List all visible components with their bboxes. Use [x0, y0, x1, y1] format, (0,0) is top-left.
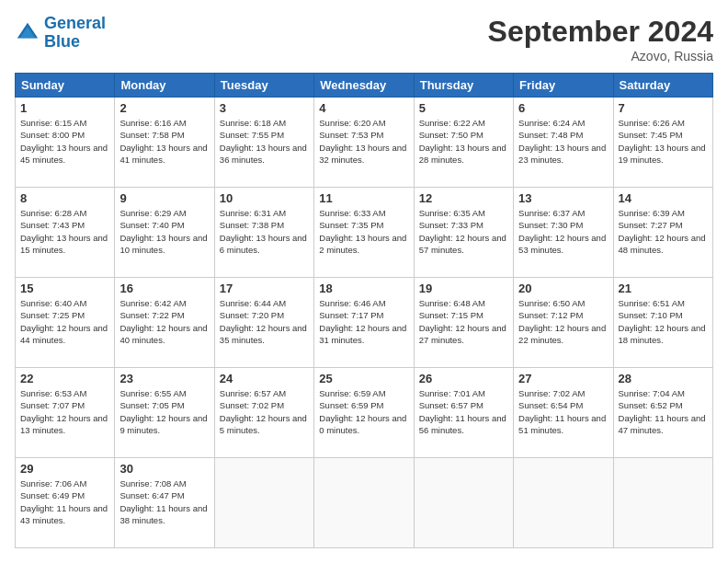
- day-info: Sunrise: 6:55 AMSunset: 7:05 PMDaylight:…: [119, 387, 209, 436]
- calendar-cell: [314, 458, 414, 548]
- calendar-cell: 28 Sunrise: 7:04 AMSunset: 6:52 PMDaylig…: [613, 368, 712, 458]
- day-number: 8: [20, 191, 109, 205]
- day-number: 17: [220, 282, 309, 295]
- calendar-cell: 11 Sunrise: 6:33 AMSunset: 7:35 PMDaylig…: [314, 188, 414, 278]
- day-number: 20: [518, 282, 608, 295]
- day-info: Sunrise: 6:20 AMSunset: 7:53 PMDaylight:…: [319, 117, 408, 166]
- calendar-cell: 10 Sunrise: 6:31 AMSunset: 7:38 PMDaylig…: [214, 188, 313, 278]
- day-info: Sunrise: 6:24 AMSunset: 7:48 PMDaylight:…: [518, 117, 608, 166]
- logo-blue: Blue: [44, 32, 80, 51]
- calendar-cell: 22 Sunrise: 6:53 AMSunset: 7:07 PMDaylig…: [16, 368, 115, 458]
- location: Azovo, Russia: [488, 49, 713, 63]
- day-number: 23: [119, 372, 209, 385]
- col-sunday: Sunday: [16, 74, 115, 98]
- calendar-week-4: 22 Sunrise: 6:53 AMSunset: 7:07 PMDaylig…: [16, 368, 713, 458]
- calendar-cell: 25 Sunrise: 6:59 AMSunset: 6:59 PMDaylig…: [314, 368, 414, 458]
- day-info: Sunrise: 6:18 AMSunset: 7:55 PMDaylight:…: [220, 117, 309, 166]
- col-tuesday: Tuesday: [214, 74, 313, 98]
- day-info: Sunrise: 7:06 AMSunset: 6:49 PMDaylight:…: [20, 477, 109, 526]
- day-number: 27: [518, 372, 608, 385]
- day-number: 11: [319, 191, 408, 205]
- day-number: 13: [518, 191, 608, 205]
- day-number: 6: [518, 101, 608, 115]
- day-info: Sunrise: 7:08 AMSunset: 6:47 PMDaylight:…: [119, 477, 209, 526]
- day-info: Sunrise: 6:16 AMSunset: 7:58 PMDaylight:…: [119, 117, 209, 166]
- day-info: Sunrise: 6:40 AMSunset: 7:25 PMDaylight:…: [20, 297, 109, 346]
- page: General Blue September 2024 Azovo, Russi…: [0, 0, 728, 563]
- col-thursday: Thursday: [414, 74, 513, 98]
- calendar-cell: 23 Sunrise: 6:55 AMSunset: 7:05 PMDaylig…: [115, 368, 214, 458]
- logo-general: General: [44, 14, 106, 32]
- day-number: 16: [119, 282, 209, 295]
- day-info: Sunrise: 6:59 AMSunset: 6:59 PMDaylight:…: [319, 387, 408, 436]
- day-info: Sunrise: 6:46 AMSunset: 7:17 PMDaylight:…: [319, 297, 408, 346]
- calendar-cell: 1 Sunrise: 6:15 AMSunset: 8:00 PMDayligh…: [16, 98, 115, 188]
- day-number: 18: [319, 282, 408, 295]
- day-number: 15: [20, 282, 109, 295]
- day-info: Sunrise: 6:48 AMSunset: 7:15 PMDaylight:…: [419, 297, 508, 346]
- day-number: 9: [119, 191, 209, 205]
- day-info: Sunrise: 6:37 AMSunset: 7:30 PMDaylight:…: [518, 207, 608, 256]
- day-number: 3: [220, 101, 309, 115]
- day-info: Sunrise: 6:26 AMSunset: 7:45 PMDaylight:…: [619, 117, 708, 166]
- day-number: 22: [20, 372, 109, 385]
- calendar-cell: 13 Sunrise: 6:37 AMSunset: 7:30 PMDaylig…: [514, 188, 613, 278]
- calendar-week-2: 8 Sunrise: 6:28 AMSunset: 7:43 PMDayligh…: [16, 188, 713, 278]
- title-block: September 2024 Azovo, Russia: [488, 15, 713, 63]
- calendar-cell: 15 Sunrise: 6:40 AMSunset: 7:25 PMDaylig…: [16, 278, 115, 368]
- month-title: September 2024: [488, 15, 713, 49]
- day-number: 12: [419, 191, 508, 205]
- calendar-cell: 29 Sunrise: 7:06 AMSunset: 6:49 PMDaylig…: [16, 458, 115, 548]
- calendar-cell: 18 Sunrise: 6:46 AMSunset: 7:17 PMDaylig…: [314, 278, 414, 368]
- calendar-week-1: 1 Sunrise: 6:15 AMSunset: 8:00 PMDayligh…: [16, 98, 713, 188]
- calendar-cell: 8 Sunrise: 6:28 AMSunset: 7:43 PMDayligh…: [16, 188, 115, 278]
- day-number: 4: [319, 101, 408, 115]
- day-info: Sunrise: 6:50 AMSunset: 7:12 PMDaylight:…: [518, 297, 608, 346]
- day-info: Sunrise: 7:02 AMSunset: 6:54 PMDaylight:…: [518, 387, 608, 436]
- calendar-table: Sunday Monday Tuesday Wednesday Thursday…: [15, 73, 713, 548]
- calendar-cell: 17 Sunrise: 6:44 AMSunset: 7:20 PMDaylig…: [214, 278, 313, 368]
- calendar-cell: 20 Sunrise: 6:50 AMSunset: 7:12 PMDaylig…: [514, 278, 613, 368]
- calendar-week-5: 29 Sunrise: 7:06 AMSunset: 6:49 PMDaylig…: [16, 458, 713, 548]
- day-number: 26: [419, 372, 508, 385]
- day-info: Sunrise: 6:22 AMSunset: 7:50 PMDaylight:…: [419, 117, 508, 166]
- day-info: Sunrise: 6:35 AMSunset: 7:33 PMDaylight:…: [419, 207, 508, 256]
- calendar-cell: 30 Sunrise: 7:08 AMSunset: 6:47 PMDaylig…: [115, 458, 214, 548]
- day-info: Sunrise: 6:44 AMSunset: 7:20 PMDaylight:…: [220, 297, 309, 346]
- day-info: Sunrise: 7:04 AMSunset: 6:52 PMDaylight:…: [619, 387, 708, 436]
- day-info: Sunrise: 6:53 AMSunset: 7:07 PMDaylight:…: [20, 387, 109, 436]
- day-number: 2: [119, 101, 209, 115]
- day-number: 14: [619, 191, 708, 205]
- day-info: Sunrise: 6:51 AMSunset: 7:10 PMDaylight:…: [619, 297, 708, 346]
- day-info: Sunrise: 7:01 AMSunset: 6:57 PMDaylight:…: [419, 387, 508, 436]
- day-number: 10: [220, 191, 309, 205]
- calendar-cell: [414, 458, 513, 548]
- calendar-cell: 21 Sunrise: 6:51 AMSunset: 7:10 PMDaylig…: [613, 278, 712, 368]
- day-info: Sunrise: 6:39 AMSunset: 7:27 PMDaylight:…: [619, 207, 708, 256]
- day-number: 19: [419, 282, 508, 295]
- day-number: 24: [220, 372, 309, 385]
- day-info: Sunrise: 6:15 AMSunset: 8:00 PMDaylight:…: [20, 117, 109, 166]
- calendar-header-row: Sunday Monday Tuesday Wednesday Thursday…: [16, 74, 713, 98]
- day-info: Sunrise: 6:31 AMSunset: 7:38 PMDaylight:…: [220, 207, 309, 256]
- calendar-cell: [514, 458, 613, 548]
- day-info: Sunrise: 6:42 AMSunset: 7:22 PMDaylight:…: [119, 297, 209, 346]
- logo-icon: [15, 20, 40, 46]
- day-number: 28: [619, 372, 708, 385]
- logo-text: General Blue: [44, 15, 106, 52]
- calendar-cell: 5 Sunrise: 6:22 AMSunset: 7:50 PMDayligh…: [414, 98, 513, 188]
- calendar-cell: 4 Sunrise: 6:20 AMSunset: 7:53 PMDayligh…: [314, 98, 414, 188]
- calendar-cell: [214, 458, 313, 548]
- col-wednesday: Wednesday: [314, 74, 414, 98]
- day-info: Sunrise: 6:57 AMSunset: 7:02 PMDaylight:…: [220, 387, 309, 436]
- day-number: 5: [419, 101, 508, 115]
- calendar-cell: 26 Sunrise: 7:01 AMSunset: 6:57 PMDaylig…: [414, 368, 513, 458]
- calendar-cell: 24 Sunrise: 6:57 AMSunset: 7:02 PMDaylig…: [214, 368, 313, 458]
- col-saturday: Saturday: [613, 74, 712, 98]
- day-number: 1: [20, 101, 109, 115]
- day-info: Sunrise: 6:28 AMSunset: 7:43 PMDaylight:…: [20, 207, 109, 256]
- calendar-cell: [613, 458, 712, 548]
- calendar-cell: 27 Sunrise: 7:02 AMSunset: 6:54 PMDaylig…: [514, 368, 613, 458]
- header: General Blue September 2024 Azovo, Russi…: [15, 15, 713, 63]
- day-number: 25: [319, 372, 408, 385]
